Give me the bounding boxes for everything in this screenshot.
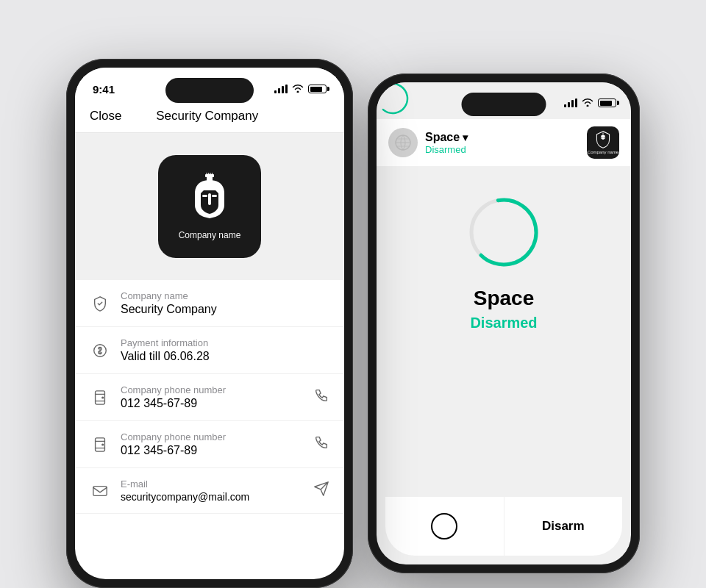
phone2-disarm-button[interactable]: Disarm [504,497,623,556]
svg-point-7 [467,196,541,269]
signal-bars-icon [274,85,288,93]
signal-bars-icon [564,98,577,107]
phone2-bottom-bar: Disarm [385,497,622,556]
svg-rect-16 [212,195,217,197]
email-field: E-mail securitycompany@mail.com [121,478,303,503]
phone-number-field-1: Company phone number 012 345-67-89 [121,384,303,410]
dollar-icon [90,340,110,361]
list-item: Company name Security Company [75,280,344,327]
field-value: securitycompany@mail.com [121,491,303,503]
svg-rect-15 [202,195,207,197]
status-time: 9:41 [93,83,115,96]
list-item[interactable]: E-mail securitycompany@mail.com [75,468,344,514]
field-label: Company phone number [121,431,303,442]
phone-number-field-2: Company phone number 012 345-67-89 [121,431,303,457]
phone2-space-avatar [388,128,418,157]
phone1-nav-bar: Close Security Company [75,100,344,133]
call-icon[interactable] [313,387,329,407]
payment-info-field: Payment information Valid till 06.06.28 [121,337,329,363]
phone2-screen: Space ▾ Disarmed Company name [377,82,631,564]
phone1-logo-area: Company name [75,133,344,280]
svg-point-21 [102,444,104,445]
close-button[interactable]: Close [90,109,121,123]
field-label: Company name [121,290,329,301]
phone1-status-icons [274,84,327,95]
phone2-status-icons [564,98,616,109]
field-value: 012 345-67-89 [121,397,303,410]
battery-icon [598,98,616,107]
disarm-label: Disarm [542,519,585,534]
svg-line-5 [603,133,604,134]
svg-line-10 [206,173,207,174]
mail-icon [90,481,110,501]
svg-rect-14 [208,193,211,205]
svg-line-11 [208,173,209,174]
circle-icon [431,513,457,539]
phone2-company-logo-thumb: Company name [587,126,619,159]
scene: Space ▾ Disarmed Company name [66,29,640,559]
battery-icon [308,85,327,93]
company-name-field: Company name Security Company [121,290,329,316]
phone1-info-list: Company name Security Company Payment in… [75,280,344,514]
field-value: Valid till 06.06.28 [121,350,329,363]
field-label: E-mail [121,478,303,490]
company-logo-label: Company name [179,230,241,240]
disarm-spinner [467,196,541,269]
company-logo-card: Company name [158,155,261,258]
svg-line-4 [602,133,603,134]
svg-line-13 [212,173,213,174]
chevron-down-icon: ▾ [463,132,468,143]
phone-outline-icon [90,434,110,455]
phone2-disarmed-status: Disarmed [425,144,580,155]
wifi-icon [582,98,593,109]
phone2-dynamic-island [462,93,546,116]
field-label: Company phone number [121,384,303,395]
field-value: 012 345-67-89 [121,444,303,457]
phone2: Space ▾ Disarmed Company name [368,74,640,573]
phone2-bottom-left-action[interactable] [385,497,504,556]
call-icon[interactable] [313,434,329,454]
helmet-icon [184,173,235,224]
phone1-dynamic-island [165,78,254,103]
list-item: Payment information Valid till 06.06.28 [75,327,344,374]
send-icon[interactable] [313,481,329,501]
nav-title: Security Company [156,109,258,123]
list-item[interactable]: Company phone number 012 345-67-89 [75,421,344,468]
list-item[interactable]: Company phone number 012 345-67-89 [75,374,344,421]
phone2-main: Space Disarmed [377,166,631,346]
wifi-icon [292,84,304,95]
phone2-main-space-label: Space [474,287,535,310]
phone2-space-name[interactable]: Space ▾ [425,131,580,144]
field-value: Security Company [121,303,329,316]
phone2-company-label: Company name [588,150,618,154]
phone2-main-disarmed-label: Disarmed [470,315,537,331]
svg-point-2 [601,135,605,137]
phone1: 9:41 [66,59,353,588]
svg-rect-22 [93,486,107,495]
phone2-header: Space ▾ Disarmed Company name [377,119,631,166]
phone2-space-info: Space ▾ Disarmed [425,131,580,155]
phone-outline-icon [90,387,110,408]
phone1-screen: 9:41 [75,68,344,579]
shield-icon [90,293,110,314]
svg-point-19 [102,397,104,398]
field-label: Payment information [121,337,329,348]
svg-rect-9 [205,174,214,177]
